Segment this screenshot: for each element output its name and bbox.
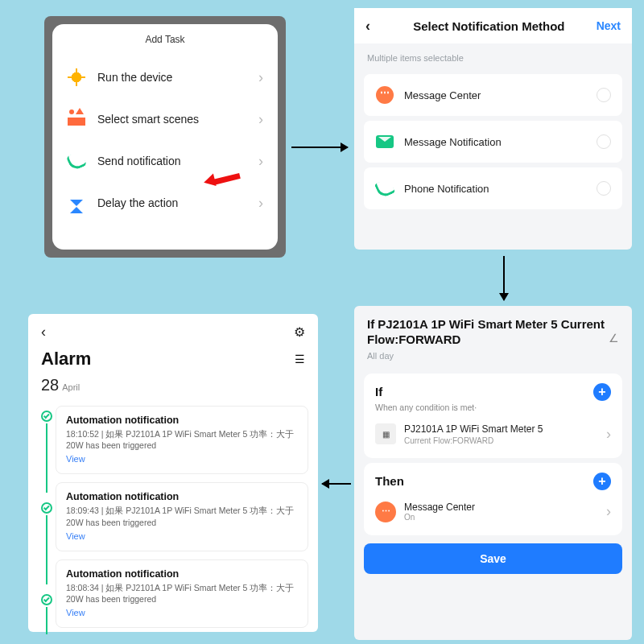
sun-icon — [67, 68, 86, 87]
timeline — [38, 402, 56, 636]
method-message-center[interactable]: Message Center — [364, 74, 622, 116]
chevron-right-icon: › — [606, 503, 611, 520]
action-state: On — [404, 513, 606, 522]
device-name: PJ2101A 1P WiFi Smart Meter 5 — [404, 423, 606, 435]
view-link[interactable]: View — [66, 531, 85, 541]
device-state: Current Flow:FORWARD — [404, 436, 606, 445]
task-label: Delay the action — [97, 196, 258, 209]
back-button[interactable]: ‹ — [365, 18, 382, 35]
check-icon — [41, 502, 52, 514]
view-link[interactable]: View — [66, 608, 85, 617]
message-center-icon: ⋯ — [375, 502, 396, 522]
chevron-right-icon: › — [258, 69, 263, 86]
back-button[interactable]: ‹ — [41, 324, 57, 341]
chevron-right-icon: › — [258, 153, 263, 170]
panel-alarm: ‹ ⚙ Alarm ☰ 28April Automation notificat… — [28, 314, 318, 632]
chevron-right-icon: › — [606, 426, 611, 443]
header-title: Select Notification Method — [382, 19, 597, 33]
action-row[interactable]: ⋯ Message Center On › — [375, 498, 611, 526]
add-condition-button[interactable]: + — [593, 383, 611, 401]
notification-card[interactable]: Automation notification 18:10:52 | 如果 PJ… — [56, 406, 308, 474]
method-phone-notification[interactable]: Phone Notification — [364, 167, 622, 209]
next-button[interactable]: Next — [597, 19, 621, 32]
notification-title: Automation notification — [66, 568, 298, 580]
add-task-title: Add Task — [67, 34, 263, 45]
method-label: Message Notification — [404, 136, 597, 148]
chevron-right-icon: › — [258, 111, 263, 128]
subtitle: Multiple items selectable — [354, 43, 632, 69]
method-message-notification[interactable]: Message Notification — [364, 121, 622, 163]
then-section: Then + ⋯ Message Center On › — [364, 463, 622, 535]
task-label: Select smart scenes — [97, 113, 258, 126]
notification-body: 18:09:43 | 如果 PJ2101A 1P WiFi Smart Mete… — [66, 505, 298, 527]
flow-arrow — [322, 483, 351, 485]
radio-unselected[interactable] — [597, 88, 611, 102]
save-button[interactable]: Save — [364, 543, 622, 574]
section-heading-if: If — [375, 385, 382, 398]
hourglass-icon — [67, 193, 86, 213]
notification-title: Automation notification — [66, 491, 298, 502]
notification-card[interactable]: Automation notification 18:09:43 | 如果 PJ… — [56, 482, 308, 551]
task-run-device[interactable]: Run the device › — [67, 56, 263, 98]
notification-card[interactable]: Automation notification 18:08:34 | 如果 PJ… — [56, 559, 308, 628]
edit-icon[interactable]: ∠ — [609, 332, 619, 348]
header: ‹ Select Notification Method Next — [354, 8, 632, 43]
scene-icon — [67, 109, 86, 129]
add-action-button[interactable]: + — [593, 473, 611, 490]
check-icon — [41, 594, 52, 605]
automation-schedule: All day — [354, 351, 632, 369]
date-month: April — [62, 382, 80, 392]
notification-body: 18:10:52 | 如果 PJ2101A 1P WiFi Smart Mete… — [66, 428, 298, 451]
device-icon: ▦ — [375, 423, 396, 444]
if-subtext: When any condition is met· — [375, 402, 611, 412]
condition-row[interactable]: ▦ PJ2101A 1P WiFi Smart Meter 5 Current … — [375, 420, 611, 448]
gear-icon[interactable]: ⚙ — [294, 324, 305, 340]
mail-icon — [375, 132, 394, 151]
task-label: Run the device — [97, 71, 258, 84]
if-section: If + When any condition is met· ▦ PJ2101… — [364, 374, 622, 458]
tutorial-red-arrow — [205, 171, 242, 195]
view-link[interactable]: View — [66, 454, 85, 464]
chevron-right-icon: › — [258, 195, 263, 212]
radio-unselected[interactable] — [597, 134, 611, 149]
call-icon — [375, 179, 394, 198]
panel-automation-detail: If PJ2101A 1P WiFi Smart Meter 5 Current… — [354, 306, 632, 640]
method-label: Message Center — [404, 89, 597, 101]
notification-title: Automation notification — [66, 415, 298, 426]
automation-title: If PJ2101A 1P WiFi Smart Meter 5 Current… — [367, 317, 609, 348]
task-select-scenes[interactable]: Select smart scenes › — [67, 98, 263, 140]
page-title: Alarm — [28, 345, 318, 369]
date-label: 28April — [28, 369, 318, 402]
radio-unselected[interactable] — [597, 181, 611, 196]
flow-arrow — [503, 256, 505, 300]
filter-icon[interactable]: ☰ — [295, 353, 305, 365]
action-name: Message Center — [404, 502, 606, 513]
flow-arrow — [291, 147, 348, 148]
phone-notify-icon — [67, 151, 86, 171]
panel-add-task: Add Task Run the device › Select smart s… — [44, 16, 286, 258]
notification-body: 18:08:34 | 如果 PJ2101A 1P WiFi Smart Mete… — [66, 582, 298, 605]
message-center-icon — [375, 85, 394, 105]
method-label: Phone Notification — [404, 183, 597, 195]
panel-select-method: ‹ Select Notification Method Next Multip… — [354, 8, 632, 250]
date-day: 28 — [41, 376, 59, 394]
task-label: Send notification — [97, 155, 258, 167]
section-heading-then: Then — [375, 474, 404, 488]
check-icon — [41, 411, 52, 422]
